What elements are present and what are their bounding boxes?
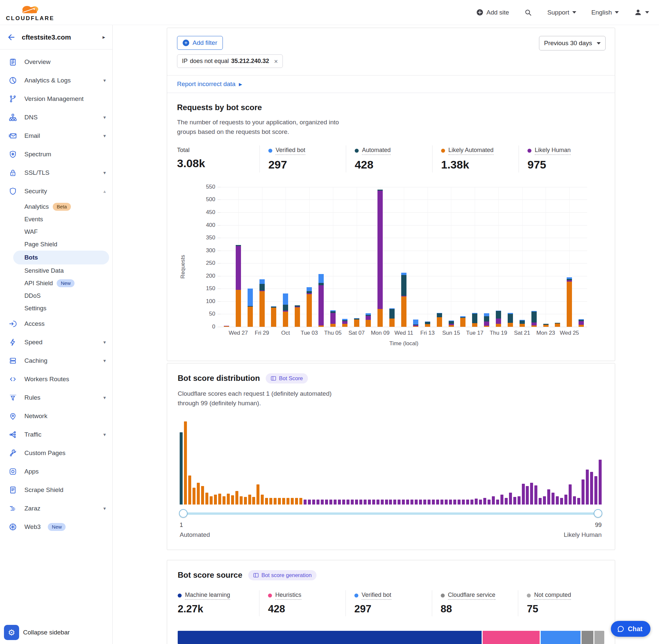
filter-field: IP: [182, 58, 188, 65]
sidebar-item-ssl-tls[interactable]: SSL/TLS▾: [0, 164, 112, 182]
chevron-up-icon: ▴: [103, 188, 106, 194]
stat-heuristics: Heuristics428: [259, 590, 346, 616]
sidebar-item-workers-routes[interactable]: Workers Routes: [0, 370, 112, 388]
chevron-right-icon[interactable]: ▸: [102, 34, 105, 40]
language-menu[interactable]: English: [591, 9, 619, 16]
histogram-bar: [462, 500, 465, 505]
sidebar-subitem-bots[interactable]: Bots: [13, 251, 109, 264]
histogram-bar: [299, 498, 302, 505]
report-incorrect-data-link[interactable]: Report incorrect data: [177, 80, 235, 88]
sidebar-item-access[interactable]: Access: [0, 315, 112, 333]
y-tick-label: 550: [199, 184, 215, 190]
account-menu[interactable]: [634, 8, 649, 17]
histogram-bar: [338, 500, 341, 505]
slider-handle-left[interactable]: [179, 509, 188, 518]
sidebar-item-caching[interactable]: Caching▾: [0, 351, 112, 370]
sidebar-subitem-ddos[interactable]: DDoS: [0, 290, 112, 302]
legend-dot: [441, 594, 445, 598]
back-button[interactable]: [7, 33, 16, 42]
filter-chip[interactable]: IP does not equal 35.212.240.32 ×: [177, 54, 283, 68]
x-tick-label: Fri 29: [255, 330, 269, 336]
histogram-bar: [329, 500, 332, 505]
search-button[interactable]: [524, 8, 532, 17]
likely-automated-segment: [295, 307, 300, 327]
slider-track[interactable]: [180, 512, 602, 515]
histogram-bar: [543, 496, 546, 505]
sidebar-item-apps[interactable]: Apps: [0, 462, 112, 481]
sidebar-item-traffic[interactable]: Traffic▾: [0, 426, 112, 444]
sidebar-item-custom-pages[interactable]: Custom Pages: [0, 444, 112, 462]
sidebar-item-speed[interactable]: Speed▾: [0, 333, 112, 351]
sidebar-item-rules[interactable]: Rules▾: [0, 388, 112, 407]
sidebar-subitem-analytics[interactable]: AnalyticsBeta: [0, 201, 112, 213]
add-filter-button[interactable]: + Add filter: [177, 36, 223, 50]
histogram-bar: [304, 500, 307, 505]
histogram-bar: [534, 485, 537, 505]
bar-column: [433, 187, 445, 327]
y-tick-label: 0: [199, 323, 215, 330]
sidebar-subitem-page-shield[interactable]: Page Shield: [0, 238, 112, 251]
cloudflare-logo[interactable]: CLOUDFLARE: [6, 3, 54, 22]
chat-button[interactable]: Chat: [611, 621, 651, 637]
bot-score-badge[interactable]: Bot Score: [266, 373, 308, 384]
scrape-shield-icon: [8, 486, 17, 494]
remove-filter-icon[interactable]: ×: [274, 58, 278, 65]
chevron-down-icon: ▾: [103, 358, 106, 364]
sidebar-subitem-api-shield[interactable]: API ShieldNew: [0, 277, 112, 290]
sidebar-item-overview[interactable]: Overview: [0, 53, 112, 71]
bar-column: [256, 187, 268, 327]
bot-score-generation-badge[interactable]: Bot score generation: [248, 570, 316, 580]
histogram-bar: [252, 497, 255, 505]
histogram-bar: [261, 495, 264, 505]
bar-column: [469, 187, 481, 327]
stacked-bar: [236, 245, 241, 327]
verified-bot-segment: [307, 287, 312, 291]
sidebar-item-email[interactable]: Email▾: [0, 127, 112, 145]
sidebar-item-label: Overview: [24, 59, 50, 66]
sidebar-item-version-management[interactable]: Version Management: [0, 90, 112, 108]
stat-likely-automated: Likely Automated1.38k: [432, 145, 519, 172]
sidebar-subitem-waf[interactable]: WAF: [0, 226, 112, 238]
x-tick-label: Tue 17: [466, 330, 483, 336]
date-range-select[interactable]: Previous 30 days: [539, 36, 606, 50]
source-segment-not-computed: [594, 631, 604, 644]
sidebar-subitem-sensitive-data[interactable]: Sensitive Data: [0, 264, 112, 277]
stat-value: 975: [527, 158, 605, 171]
sidebar-item-scrape-shield[interactable]: Scrape Shield: [0, 481, 112, 499]
y-tick-label: 50: [199, 310, 215, 317]
add-site-button[interactable]: Add site: [476, 9, 509, 16]
stacked-bar: [224, 326, 229, 327]
likely-automated-segment: [437, 317, 442, 327]
sidebar-subitem-label: WAF: [24, 228, 38, 235]
topbar: CLOUDFLARE Add site Support English: [0, 0, 659, 25]
sidebar-item-zaraz[interactable]: Zaraz▾: [0, 499, 112, 518]
sidebar-item-dns[interactable]: DNS▾: [0, 108, 112, 127]
collapse-sidebar-button[interactable]: ⚙ Collapse sidebar: [4, 625, 70, 640]
sidebar-item-spectrum[interactable]: Spectrum: [0, 145, 112, 164]
sidebar-subitem-events[interactable]: Events: [0, 213, 112, 226]
sidebar-item-security[interactable]: Security▴: [0, 182, 112, 201]
histogram-bar: [419, 500, 422, 505]
source-card: Bot score source Bot score generation Ma…: [167, 560, 615, 644]
y-tick-label: 100: [199, 298, 215, 305]
chevron-down-icon: [597, 42, 601, 45]
requests-card: + Add filter Previous 30 days IP does no…: [167, 28, 615, 361]
gear-icon[interactable]: ⚙: [4, 625, 19, 640]
distribution-card: Bot score distribution Bot Score Cloudfl…: [167, 363, 615, 550]
sidebar-item-web3[interactable]: Web3New: [0, 518, 112, 536]
sidebar-item-analytics-logs[interactable]: Analytics & Logs▾: [0, 71, 112, 90]
support-menu[interactable]: Support: [547, 9, 576, 16]
likely-human-caption: Likely Human: [564, 531, 602, 538]
histogram-bar: [475, 499, 478, 505]
access-icon: [8, 320, 17, 328]
sidebar-item-network[interactable]: Network: [0, 407, 112, 426]
sidebar-subitem-settings[interactable]: Settings: [0, 302, 112, 315]
likely-automated-segment: [307, 294, 312, 327]
slider-handle-right[interactable]: [594, 509, 602, 518]
filter-operator: does not equal: [190, 58, 229, 65]
stat-label-text: Likely Human: [535, 147, 571, 155]
sidebar-item-label: Apps: [24, 468, 39, 475]
histogram-bar: [325, 500, 328, 505]
automated-segment: [496, 311, 501, 319]
score-slider[interactable]: [180, 509, 602, 518]
